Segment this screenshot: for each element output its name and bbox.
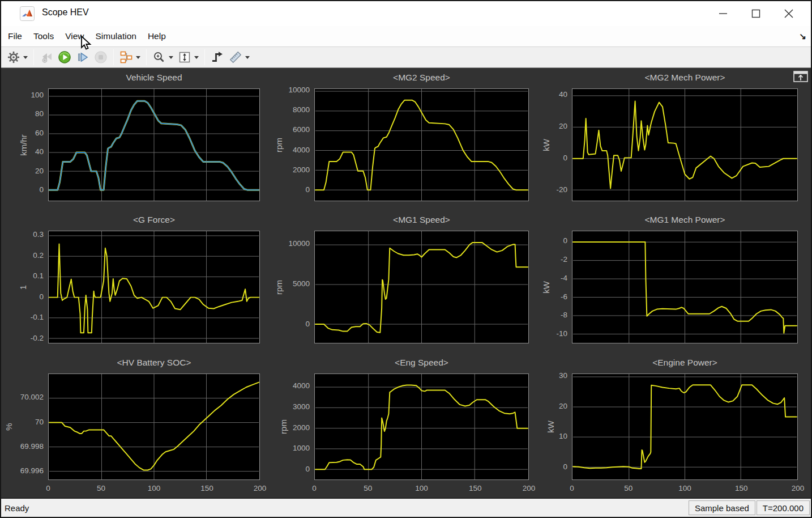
menu-item-tools[interactable]: Tools	[28, 28, 59, 45]
zoom-button[interactable]	[150, 49, 176, 66]
panel-title-g-force: <G Force>	[48, 215, 260, 225]
x-tick-label: 200	[781, 484, 812, 492]
x-tick-label: 50	[84, 484, 118, 492]
y-axis-label-g-force: 1	[18, 285, 28, 289]
panel-title-vehicle-speed: Vehicle Speed	[48, 73, 260, 83]
dropdown-caret-icon[interactable]	[136, 56, 140, 59]
x-tick-label: 150	[724, 484, 758, 492]
panel-title-mg1-mech-power: <MG1 Mech Power>	[572, 215, 798, 225]
y-tick-label: -8	[531, 311, 567, 319]
y-tick-label: -0.2	[7, 334, 44, 342]
simulink-button[interactable]	[117, 49, 143, 66]
x-tick-label: 0	[31, 484, 65, 492]
menu-item-help[interactable]: Help	[142, 28, 172, 45]
y-tick-label: 0	[273, 465, 310, 473]
y-tick-label: 2000	[273, 165, 310, 174]
minimize-button[interactable]	[707, 3, 740, 24]
menu-item-simulation[interactable]: Simulation	[90, 28, 142, 45]
status-mode-panel: Sample based	[689, 500, 755, 515]
trigger-button[interactable]	[208, 49, 226, 66]
menu-bar: FileToolsViewSimulationHelp↘	[1, 26, 811, 46]
dropdown-caret-icon[interactable]	[194, 56, 199, 59]
x-tick-label: 0	[555, 484, 589, 492]
simulink-icon	[119, 50, 133, 64]
y-tick-label: 4000	[273, 146, 310, 154]
fit-to-view-icon	[178, 50, 191, 64]
menu-dock-arrow-icon[interactable]: ↘	[799, 31, 806, 41]
minimize-icon	[715, 5, 732, 22]
stop-button[interactable]	[92, 49, 110, 66]
run-button[interactable]	[55, 49, 74, 66]
dropdown-caret-icon[interactable]	[245, 56, 250, 59]
maximize-button[interactable]	[740, 3, 772, 24]
maximize-icon	[747, 5, 764, 22]
y-axis-label-mg2-mech-power: kW	[541, 139, 551, 151]
menu-item-file[interactable]: File	[2, 28, 28, 45]
dropdown-caret-icon[interactable]	[23, 56, 28, 59]
y-tick-label: 100	[7, 91, 44, 99]
y-tick-label: 0	[531, 154, 567, 162]
y-tick-label: 10000	[273, 239, 310, 248]
mouse-cursor-icon	[80, 36, 94, 53]
y-tick-label: 0	[7, 292, 44, 301]
step-back-button[interactable]	[37, 49, 55, 66]
y-tick-label: 0	[273, 185, 310, 194]
ruler-icon	[229, 50, 242, 64]
x-tick-label: 50	[612, 484, 646, 492]
matlab-logo-icon	[20, 6, 35, 21]
axes-engine-power	[572, 373, 798, 480]
x-tick-label: 150	[190, 484, 224, 492]
y-tick-label: 6000	[273, 125, 310, 134]
status-ready-text: Ready	[1, 503, 689, 513]
y-tick-label: 80	[7, 109, 44, 118]
y-tick-label: 20	[7, 167, 44, 175]
y-tick-label: 0.3	[7, 230, 44, 239]
window-controls	[707, 1, 805, 26]
y-tick-label: 69.996	[7, 466, 44, 475]
toolbar-separator	[33, 49, 34, 65]
status-bar: Ready Sample based T=200.000	[1, 498, 811, 517]
y-tick-label: -2	[531, 255, 567, 264]
y-tick-label: 2000	[273, 423, 310, 432]
step-back-icon	[40, 50, 53, 64]
axes-mg2-speed	[314, 88, 529, 201]
x-tick-label: 150	[458, 484, 492, 492]
panel-title-mg1-speed: <MG1 Speed>	[314, 215, 529, 225]
axes-mg1-speed	[314, 231, 529, 343]
close-button[interactable]	[772, 3, 805, 24]
y-tick-label: 69.998	[7, 442, 44, 451]
axes-mg1-mech-power	[572, 231, 798, 343]
close-icon	[780, 5, 797, 22]
toolbar-separator	[113, 49, 114, 65]
x-tick-label: 50	[351, 484, 385, 492]
y-tick-label: 70.002	[7, 393, 44, 401]
y-tick-label: 30	[531, 371, 567, 380]
dropdown-caret-icon[interactable]	[169, 56, 173, 59]
y-tick-label: 20	[531, 402, 567, 410]
y-tick-label: 40	[531, 90, 567, 99]
settings-button[interactable]	[5, 49, 30, 66]
y-tick-label: 0.2	[7, 251, 44, 260]
y-tick-label: 60	[7, 129, 44, 137]
y-tick-label: 10000	[273, 86, 310, 94]
y-tick-label: 1000	[273, 444, 310, 452]
y-axis-label-mg1-mech-power: kW	[541, 281, 551, 294]
panel-title-mg2-speed: <MG2 Speed>	[314, 73, 529, 83]
x-tick-label: 200	[512, 484, 546, 492]
axes-hv-battery-soc	[48, 373, 260, 480]
y-tick-label: 0	[273, 320, 310, 328]
y-tick-label: 40	[7, 147, 44, 156]
run-icon	[58, 50, 71, 64]
y-tick-label: 0	[531, 236, 567, 245]
x-tick-label: 200	[243, 484, 277, 492]
measurements-button[interactable]	[226, 49, 252, 66]
x-tick-label: 0	[297, 484, 331, 492]
y-axis-label-engine-power: kW	[546, 421, 555, 433]
panel-title-hv-battery-soc: <HV Battery SOC>	[48, 358, 260, 368]
panel-title-mg2-mech-power: <MG2 Mech Power>	[572, 73, 798, 83]
y-tick-label: 8000	[273, 105, 310, 114]
fit-to-view-button[interactable]	[176, 49, 201, 66]
plot-canvas: Vehicle Speedkm/hr020406080100<MG2 Speed…	[1, 68, 811, 499]
status-time-panel: T=200.000	[757, 500, 810, 515]
y-tick-label: 3000	[273, 402, 310, 411]
